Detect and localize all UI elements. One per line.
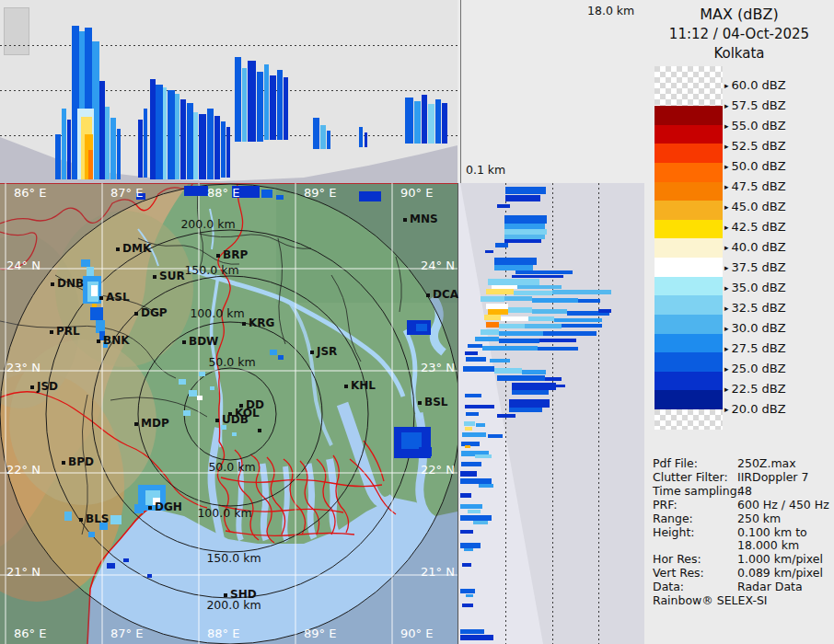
echo-map — [210, 386, 214, 390]
legend-tick-arrow-icon: ▸ — [724, 405, 729, 414]
echo-side-profile — [488, 279, 539, 285]
legend-tick-arrow-icon: ▸ — [724, 283, 729, 293]
echo-side-profile — [465, 445, 470, 448]
city-label: DGH — [155, 500, 182, 513]
echo-top-profile — [435, 99, 441, 144]
legend-band — [654, 258, 723, 277]
echo-top-profile — [365, 132, 367, 147]
product-info-value: 48 — [737, 484, 752, 498]
product-info-label: PRF: — [653, 498, 678, 512]
echo-side-profile — [476, 423, 485, 427]
echo-side-profile — [543, 331, 597, 336]
echo-map — [91, 285, 98, 296]
echo-side-profile — [460, 504, 482, 509]
legend-scale-text: 47.5 dBZ — [732, 179, 786, 193]
legend-tick-arrow-icon: ▸ — [724, 364, 729, 374]
lon-label-top: 87° E — [110, 186, 143, 200]
echo-side-profile — [495, 243, 508, 247]
legend-tick-arrow-icon: ▸ — [724, 324, 729, 333]
echo-map — [110, 515, 122, 524]
echo-top-profile — [257, 72, 263, 142]
echo-side-profile — [532, 298, 578, 303]
echo-side-profile — [462, 432, 486, 437]
legend-band — [654, 352, 723, 372]
legend-scale-label: ▸25.0 dBZ — [724, 362, 786, 375]
echo-map — [134, 504, 144, 513]
echo-side-profile — [554, 318, 602, 322]
product-info-label: Height: — [653, 525, 695, 539]
echo-side-profile — [466, 357, 486, 362]
echo-map — [90, 307, 103, 320]
legend-tick-arrow-icon: ▸ — [724, 202, 729, 212]
city-label: SHD — [230, 588, 257, 601]
echo-top-profile — [199, 114, 206, 179]
echo-map — [199, 372, 205, 376]
legend-tick-arrow-icon: ▸ — [724, 223, 729, 232]
legend-scale-text: 20.0 dBZ — [732, 402, 786, 416]
echo-top-profile — [414, 101, 421, 144]
echo-side-profile — [484, 315, 501, 320]
city-label: MNS — [410, 213, 438, 225]
range-ring-label: 200.0 km — [180, 217, 235, 231]
product-info-value: IIRDoppler 7 — [737, 470, 808, 484]
legend-band — [654, 390, 723, 409]
legend-tick-arrow-icon: ▸ — [724, 385, 729, 394]
lat-label-left: 21° N — [6, 565, 41, 579]
city-dot — [216, 254, 220, 258]
product-info-value: 1.000 km/pixel — [737, 552, 823, 566]
echo-top-profile — [264, 64, 269, 140]
city-dot — [153, 275, 156, 279]
legend-band — [654, 334, 723, 353]
lon-label-bottom: 88° E — [207, 627, 239, 640]
echo-top-profile — [226, 127, 230, 178]
product-info-label: Data: — [653, 580, 684, 593]
legend-band — [654, 201, 723, 220]
echo-map — [87, 267, 94, 276]
legend-scale-text: 52.5 dBZ — [732, 139, 786, 153]
legend-band — [654, 182, 723, 201]
legend-scale-label: ▸37.5 dBZ — [724, 260, 786, 274]
city-label: BSL — [424, 396, 447, 408]
echo-side-profile — [515, 270, 573, 274]
range-ring-label: 100.0 km — [190, 306, 244, 320]
lat-label-right: 21° N — [421, 565, 455, 579]
echo-side-profile — [497, 414, 515, 418]
echo-side-profile — [517, 285, 562, 289]
echo-side-profile — [465, 351, 478, 355]
echo-side-profile — [512, 275, 563, 278]
echo-side-profile — [464, 548, 473, 551]
legend-scale-label: ▸45.0 dBZ — [724, 200, 786, 213]
echo-top-profile — [156, 85, 163, 179]
lon-label-top: 88° E — [207, 186, 239, 200]
legend-scale-text: 50.0 dBZ — [732, 159, 786, 173]
echo-top-profile — [270, 75, 276, 140]
echo-side-profile — [499, 331, 543, 336]
legend-tick-arrow-icon: ▸ — [724, 81, 729, 90]
city-dot — [134, 422, 138, 426]
product-info-value: 0.089 km/pixel — [737, 566, 823, 580]
echo-side-profile — [514, 291, 552, 295]
city-dot — [258, 429, 261, 432]
legend-band — [654, 163, 723, 182]
echo-map — [183, 410, 191, 416]
legend-scale-text: 37.5 dBZ — [732, 260, 786, 274]
city-dot — [344, 385, 348, 388]
legend-scale-text: 30.0 dBZ — [732, 321, 786, 335]
legend-scale-label: ▸22.5 dBZ — [724, 382, 786, 396]
legend-tick-arrow-icon: ▸ — [724, 142, 729, 151]
legend-scale-label: ▸27.5 dBZ — [724, 341, 786, 355]
echo-map — [107, 563, 115, 569]
range-ring-label: 50.0 km — [208, 460, 255, 474]
echo-side-profile — [497, 375, 545, 381]
echo-side-profile — [509, 408, 542, 412]
echo-top-profile — [284, 77, 288, 140]
echo-side-profile — [505, 187, 546, 194]
lon-label-top: 90° E — [400, 186, 433, 200]
city-dot — [426, 293, 430, 297]
legend-scale-text: 25.0 dBZ — [732, 362, 786, 375]
echo-side-profile — [475, 454, 492, 458]
city-label: BDW — [189, 335, 218, 348]
city-label: SUR — [159, 270, 185, 282]
range-ring-label: 150.0 km — [184, 263, 238, 277]
legend-scale-label: ▸57.5 dBZ — [724, 98, 786, 112]
